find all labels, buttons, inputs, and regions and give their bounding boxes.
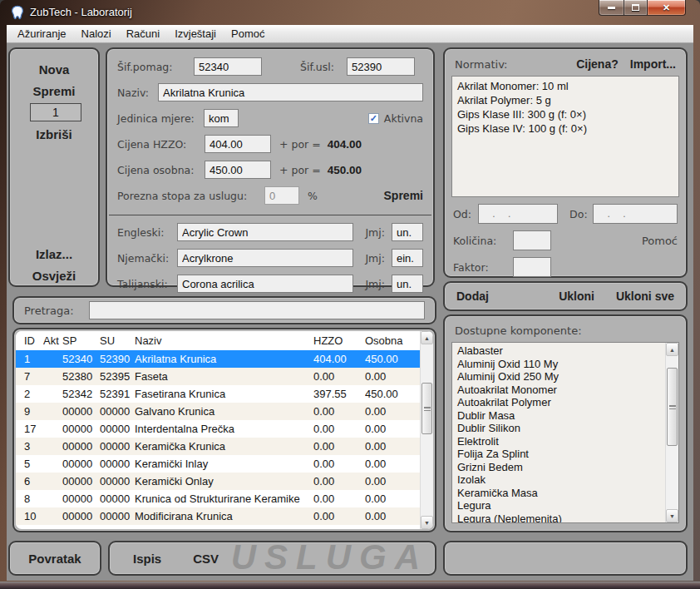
table-scroll-thumb[interactable] (421, 383, 432, 434)
record-number-field[interactable]: 1 (30, 103, 81, 121)
menu-item-nalozi[interactable]: Nalozi (74, 26, 119, 42)
table-row[interactable]: 80000000000Krunica od Strukturirane Kera… (16, 490, 420, 507)
jedinica-mjere-input[interactable] (204, 109, 239, 127)
komponenta-item[interactable]: Legura (452, 499, 665, 512)
csv-button[interactable]: CSV (193, 552, 219, 566)
column-header-akt[interactable]: Akt (43, 334, 62, 347)
komponenta-item[interactable]: Aluminij Oxid 250 My (452, 370, 665, 384)
cell-su: 00000 (100, 440, 135, 453)
komponenta-item[interactable]: Dublir Silikon (452, 422, 665, 435)
faktor-input[interactable] (513, 257, 551, 277)
komponenta-item[interactable]: Autoakrilat Monomer (452, 384, 665, 397)
cijena-button[interactable]: Cijena? (576, 57, 619, 71)
dodaj-button[interactable]: Dodaj (456, 290, 489, 303)
cell-hzzo: 0.00 (313, 423, 365, 435)
komponenta-item[interactable]: Grizni Bedem (452, 461, 665, 474)
table-scrollbar[interactable]: ▲ ▼ (420, 331, 433, 529)
table-row[interactable]: 75238052395Faseta0.000.00 (16, 368, 420, 385)
komponente-scrollbar[interactable]: ▲ ▼ (665, 343, 678, 522)
komponente-list[interactable]: AlabasterAluminij Oxid 110 MyAluminij Ox… (451, 342, 679, 523)
column-header-su[interactable]: SU (100, 334, 135, 347)
close-button[interactable]: ✕ (648, 0, 686, 16)
povratak-panel[interactable]: Povratak (8, 541, 101, 576)
komponenta-item[interactable]: Autoakrilat Polymer (452, 396, 665, 409)
cell-hzzo: 397.55 (313, 388, 365, 400)
kolicina-input[interactable] (513, 230, 551, 250)
table-row[interactable]: 100000000000Modificirana Krunica0.000.00 (16, 507, 420, 525)
column-header-id[interactable]: ID (24, 334, 43, 347)
komponenta-item[interactable]: Elektrolit (452, 435, 665, 448)
scroll-up-icon[interactable]: ▲ (666, 343, 678, 356)
search-input[interactable] (89, 301, 425, 319)
table-row[interactable]: 50000000000Keramički Inlay0.000.00 (16, 455, 420, 473)
search-panel: Pretraga: (12, 296, 436, 324)
povratak-button[interactable]: Povratak (28, 552, 81, 566)
cijena-osobna-input[interactable] (205, 161, 271, 179)
nova-button[interactable]: Nova (10, 62, 98, 77)
komponenta-item[interactable]: Izolak (452, 473, 665, 487)
scroll-down-icon[interactable]: ▼ (421, 516, 433, 529)
ispis-button[interactable]: Ispis (133, 552, 161, 566)
aktivna-checkbox[interactable]: ✓ (368, 113, 379, 124)
ukloni-button[interactable]: Ukloni (559, 290, 594, 303)
normativ-item[interactable]: Akrilat Polymer: 5 g (452, 93, 678, 107)
komponenta-item[interactable]: Dublir Masa (452, 409, 665, 423)
ukloni-sve-button[interactable]: Ukloni sve (616, 290, 674, 303)
do-date-field[interactable]: . . (593, 204, 678, 224)
normativ-item[interactable]: Gips Klase IV: 100 g (f: 0×) (452, 121, 678, 136)
cell-naziv: Galvano Krunica (135, 405, 313, 418)
form-spremi-button[interactable]: Spremi (384, 189, 423, 202)
menu-item-ra-uni[interactable]: Računi (119, 26, 167, 42)
title-bar[interactable]: ZubTech - Laboratorij ✕ (0, 0, 700, 25)
sif-usl-input[interactable] (347, 57, 415, 76)
njemacki-input[interactable] (177, 249, 353, 267)
naziv-input[interactable] (158, 83, 423, 101)
engleski-label: Engleski: (117, 226, 177, 239)
import-button[interactable]: Import... (630, 57, 676, 71)
izbrisi-button[interactable]: Izbriši (10, 127, 98, 141)
komponenta-item[interactable]: Aluminij Oxid 110 My (452, 358, 665, 371)
osvjezi-button[interactable]: Osvježi (10, 269, 98, 283)
jmj-de-input[interactable] (392, 249, 423, 267)
spremi-button[interactable]: Spremi (10, 84, 98, 98)
menu-item-izvje-taji[interactable]: Izvještaji (167, 26, 224, 42)
jmj-it-input[interactable] (392, 275, 423, 293)
column-header-naziv[interactable]: Naziv (135, 334, 313, 347)
od-date-field[interactable]: . . (478, 204, 558, 224)
menu-item-a-uriranje[interactable]: Ažuriranje (10, 26, 74, 42)
table-row[interactable]: 25234252391Fasetirana Krunica397.55450.0… (16, 385, 420, 403)
scroll-up-icon[interactable]: ▲ (421, 331, 433, 344)
column-header-hzzo[interactable]: HZZO (313, 334, 365, 347)
normativ-item[interactable]: Akrilat Monomer: 10 ml (452, 79, 678, 93)
normativ-list[interactable]: Akrilat Monomer: 10 mlAkrilat Polymer: 5… (451, 76, 679, 197)
naziv-label: Naziv: (117, 87, 158, 99)
pomoc-link[interactable]: Pomoć (642, 235, 678, 247)
izlaz-button[interactable]: Izlaz... (10, 247, 98, 261)
komponente-scroll-thumb[interactable] (667, 368, 678, 446)
cell-id: 3 (24, 440, 43, 453)
jmj-en-input[interactable] (392, 223, 423, 241)
menu-bar: AžuriranjeNaloziRačuniIzvještajiPomoć (7, 25, 693, 43)
scroll-down-icon[interactable]: ▼ (666, 509, 678, 522)
minimize-button[interactable] (599, 0, 624, 16)
table-header[interactable]: IDAktSPSUNazivHZZOOsobna (16, 331, 420, 350)
sif-pomag-input[interactable] (194, 57, 262, 76)
table-row[interactable]: 90000000000Galvano Krunica0.000.00 (16, 403, 420, 420)
table-row[interactable]: 170000000000Interdentalna Prečka0.000.00 (16, 420, 420, 438)
table-row[interactable]: 60000000000Keramički Onlay0.000.00 (16, 473, 420, 490)
column-header-sp[interactable]: SP (62, 334, 100, 347)
komponenta-item[interactable]: Folija Za Splint (452, 448, 665, 461)
cijena-hzzo-input[interactable] (205, 135, 271, 153)
komponenta-item[interactable]: Keramička Masa (452, 487, 665, 500)
menu-item-pomo-[interactable]: Pomoć (224, 26, 272, 42)
table-row[interactable]: 30000000000Keramička Krunica0.000.00 (16, 438, 420, 455)
table-row[interactable]: 15234052390Akrilatna Krunica404.00450.00 (16, 350, 420, 368)
normativ-item[interactable]: Gips Klase III: 300 g (f: 0×) (452, 107, 678, 121)
maximize-button[interactable] (624, 0, 648, 16)
komponenta-item[interactable]: Alabaster (452, 344, 665, 358)
column-header-osobna[interactable]: Osobna (365, 334, 420, 347)
talijanski-input[interactable] (177, 275, 353, 293)
porezna-stopa-input[interactable] (264, 186, 299, 205)
komponenta-item[interactable]: Legura (Neplemenita) (452, 512, 665, 523)
engleski-input[interactable] (177, 223, 353, 241)
